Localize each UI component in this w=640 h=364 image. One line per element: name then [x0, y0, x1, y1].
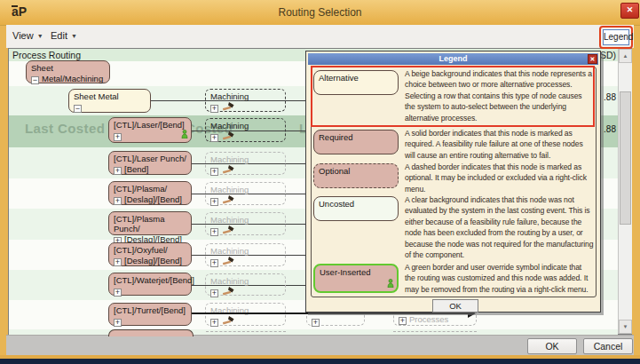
scroll-down-icon[interactable]: ▼ — [619, 320, 632, 334]
legend-sample-user-inserted: User-Inserted — [313, 264, 399, 293]
process-group-node[interactable]: [CTL]/Plasma/ +[Deslag]/[Bend] — [108, 181, 192, 205]
scroll-up-icon[interactable]: ▲ — [619, 49, 632, 63]
last-costed-watermark: Last Costed — [25, 121, 105, 136]
toolbar: View▼ Edit▼ — [6, 25, 634, 48]
hammer-icon — [223, 195, 234, 207]
hammer-icon — [223, 287, 234, 298]
routing-selection-window: aP Routing Selection ✕ View▼ Edit▼ Legen… — [0, 0, 640, 364]
machining-node[interactable]: Machining + — [205, 152, 286, 175]
process-routing-header: Process Routing — [12, 50, 81, 60]
dialog-footer: OK Cancel — [6, 335, 634, 355]
legend-text-uncosted: A clear background indicates that this n… — [405, 194, 594, 260]
expand-toggle[interactable]: + — [210, 198, 218, 206]
process-group-node[interactable]: Sheet Metal − — [68, 89, 151, 113]
legend-button[interactable]: Legend — [603, 29, 629, 45]
collapse-toggle[interactable]: − — [31, 76, 39, 84]
annotation-highlight-box — [311, 66, 595, 127]
legend-close-icon[interactable]: ✕ — [588, 54, 597, 64]
expand-toggle[interactable]: + — [210, 289, 218, 297]
hammer-icon — [223, 257, 234, 268]
machining-node[interactable]: Machining + — [205, 212, 286, 235]
collapse-toggle[interactable]: − — [74, 105, 82, 113]
menu-view[interactable]: View▼ — [12, 30, 43, 41]
process-group-node[interactable]: [CTL]/Turret/[Bend] + — [108, 303, 192, 326]
process-group-node[interactable]: [CTL]/Plasma Punch/ +[Deslag]/[Bend] — [108, 211, 192, 235]
legend-dialog-titlebar: Legend ✕ — [308, 53, 598, 65]
user-override-icon — [181, 130, 188, 140]
process-group-node[interactable]: [CTL]/Oxyfuel/ +[Deslag]/[Bend] — [108, 242, 192, 266]
window-close-icon[interactable]: ✕ — [620, 3, 639, 19]
expand-toggle[interactable]: + — [210, 134, 218, 142]
expand-toggle[interactable]: + — [114, 289, 122, 297]
expand-toggle[interactable]: + — [210, 228, 218, 236]
expand-toggle[interactable]: + — [114, 167, 122, 175]
expand-toggle[interactable]: + — [114, 258, 122, 266]
chevron-down-icon: ▼ — [71, 33, 77, 39]
expand-toggle[interactable]: + — [114, 319, 122, 327]
expand-toggle[interactable]: + — [210, 168, 218, 176]
process-node-partial — [393, 331, 477, 336]
legend-text-optional: A dashed border indicates that this node… — [405, 162, 594, 194]
legend-dialog: Legend ✕ Alternative A beige background … — [305, 51, 601, 313]
hammer-icon — [223, 131, 234, 143]
ok-button[interactable]: OK — [527, 338, 577, 354]
machining-node[interactable]: Machining + — [205, 89, 286, 112]
legend-ok-button[interactable]: OK — [432, 299, 478, 313]
process-group-node-partial — [108, 329, 194, 336]
annotation-highlight-ring: Legend — [599, 26, 633, 49]
process-group-node[interactable]: [CTL]/Laser Punch/ +[Bend] — [108, 151, 192, 175]
expand-toggle[interactable]: + — [210, 319, 218, 327]
machining-node[interactable]: Machining + — [205, 243, 286, 266]
machining-node[interactable]: Machining + — [205, 118, 286, 142]
legend-sample-optional: Optional — [313, 163, 399, 188]
vertical-scrollbar[interactable]: ▲ ▼ — [618, 49, 632, 334]
legend-sample-required: Required — [313, 130, 399, 154]
machining-node[interactable]: Machining + — [205, 182, 286, 205]
hammer-icon — [223, 316, 234, 328]
hammer-icon — [223, 165, 234, 177]
scrollbar-thumb[interactable] — [620, 91, 631, 225]
menu-edit[interactable]: Edit▼ — [51, 30, 77, 41]
legend-sample-uncosted: Uncosted — [313, 196, 399, 221]
cancel-button[interactable]: Cancel — [583, 338, 633, 354]
expand-toggle[interactable]: + — [114, 197, 122, 205]
window-titlebar: aP Routing Selection ✕ — [0, 0, 640, 26]
expand-toggle[interactable]: + — [399, 317, 407, 325]
machining-node[interactable]: Machining + — [205, 303, 286, 326]
process-node-partial — [206, 331, 286, 336]
expand-toggle[interactable]: + — [312, 319, 320, 327]
expand-toggle[interactable]: + — [210, 105, 218, 113]
chevron-down-icon: ▼ — [37, 33, 43, 39]
legend-text-user-inserted: A green border and user override symbol … — [405, 262, 594, 295]
window-title: Routing Selection — [0, 6, 640, 19]
connector-line-arrow — [192, 313, 469, 314]
legend-text-required: A solid border indicates that this node … — [405, 128, 594, 161]
hammer-icon — [223, 226, 234, 237]
process-group-node[interactable]: Sheet −Metal/Machining — [26, 60, 110, 83]
expand-toggle[interactable]: + — [114, 133, 122, 141]
process-group-node[interactable]: [CTL]/Laser/[Bend] + — [108, 117, 192, 143]
hammer-icon — [223, 102, 234, 114]
process-group-node[interactable]: [CTL]/Waterjet/[Bend] + — [108, 273, 192, 296]
window-edge-strip — [0, 359, 640, 364]
expand-toggle[interactable]: + — [210, 259, 218, 267]
machining-node[interactable]: Machining + — [205, 273, 286, 296]
user-override-icon — [387, 279, 394, 289]
